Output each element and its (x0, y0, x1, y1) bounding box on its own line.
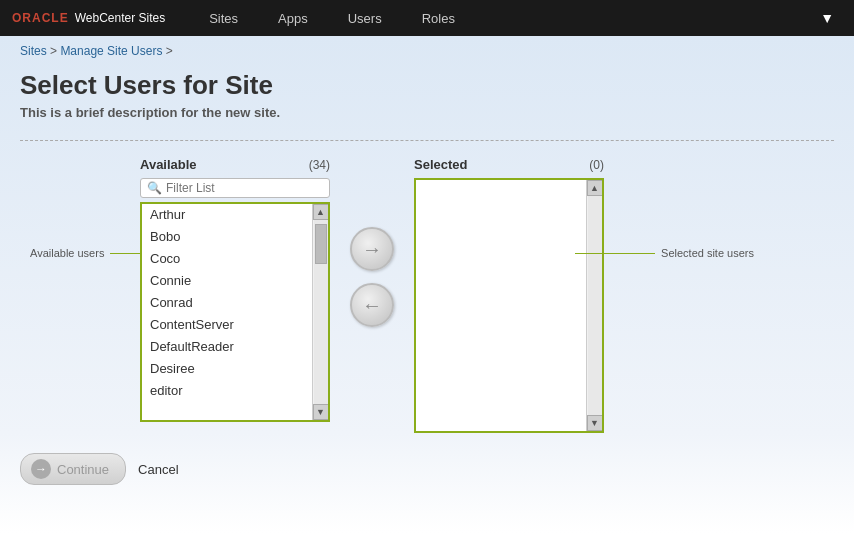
bottom-buttons: → Continue Cancel (0, 433, 854, 485)
breadcrumb-sites[interactable]: Sites (20, 44, 47, 58)
page-header: Select Users for Site This is a brief de… (0, 64, 854, 132)
scroll-up-btn[interactable]: ▲ (313, 204, 329, 220)
selected-list-inner (416, 180, 586, 431)
breadcrumb-sep2: > (166, 44, 173, 58)
continue-button[interactable]: → Continue (20, 453, 126, 485)
continue-label: Continue (57, 462, 109, 477)
move-right-button[interactable]: → (350, 227, 394, 271)
nav-item-apps[interactable]: Apps (258, 0, 328, 36)
list-item[interactable]: Desiree (142, 358, 312, 380)
list-item[interactable]: Conrad (142, 292, 312, 314)
selected-label: Selected (414, 157, 467, 172)
move-left-icon: ← (362, 294, 382, 317)
topbar: ORACLE WebCenter Sites Sites Apps Users … (0, 0, 854, 36)
nav-item-sites[interactable]: Sites (189, 0, 258, 36)
list-item[interactable]: ContentServer (142, 314, 312, 336)
callout-selected: Selected site users (575, 247, 754, 259)
available-count: (34) (309, 158, 330, 172)
scroll-thumb (315, 224, 327, 264)
list-item[interactable]: DefaultReader (142, 336, 312, 358)
continue-arrow-icon: → (35, 462, 47, 476)
callout-selected-line (575, 253, 655, 254)
selected-count: (0) (589, 158, 604, 172)
selected-panel: Selected (0) ▲ ▼ (414, 157, 604, 433)
nav-item-roles[interactable]: Roles (402, 0, 475, 36)
selected-list-box: ▲ ▼ (414, 178, 604, 433)
nav-item-users[interactable]: Users (328, 0, 402, 36)
filter-input-wrapper: 🔍 (140, 178, 330, 198)
top-nav: Sites Apps Users Roles (189, 0, 812, 36)
breadcrumb-sep1: > (50, 44, 60, 58)
available-label: Available (140, 157, 197, 172)
content-area: Sites > Manage Site Users > Select Users… (0, 36, 854, 533)
selected-scroll-track (588, 196, 602, 415)
divider (20, 140, 834, 141)
filter-search-icon: 🔍 (147, 181, 162, 195)
main-content: Available users Available (34) 🔍 Arthur … (0, 157, 854, 433)
selected-panel-header: Selected (0) (414, 157, 604, 172)
scroll-track (314, 220, 328, 404)
move-left-button[interactable]: ← (350, 283, 394, 327)
list-item[interactable]: Connie (142, 270, 312, 292)
topbar-dropdown-icon[interactable]: ▼ (812, 6, 842, 30)
scroll-down-btn[interactable]: ▼ (313, 404, 329, 420)
move-right-icon: → (362, 238, 382, 261)
callout-selected-text: Selected site users (661, 247, 754, 259)
available-list-inner: Arthur Bobo Coco Connie Conrad ContentSe… (142, 204, 312, 420)
oracle-logo: ORACLE (12, 11, 69, 25)
cancel-button[interactable]: Cancel (138, 462, 178, 477)
page-description: This is a brief description for the new … (20, 105, 834, 120)
list-item[interactable]: Bobo (142, 226, 312, 248)
selected-scroll-down-btn[interactable]: ▼ (587, 415, 603, 431)
topbar-right: ▼ (812, 6, 842, 30)
transfer-buttons: → ← (330, 227, 414, 327)
available-panel: Available (34) 🔍 Arthur Bobo Coco Connie… (140, 157, 330, 422)
breadcrumb-manage[interactable]: Manage Site Users (60, 44, 162, 58)
list-item[interactable]: Coco (142, 248, 312, 270)
list-item[interactable]: editor (142, 380, 312, 402)
selected-scrollbar: ▲ ▼ (586, 180, 602, 431)
selected-scroll-up-btn[interactable]: ▲ (587, 180, 603, 196)
list-item[interactable]: Arthur (142, 204, 312, 226)
filter-input[interactable] (166, 181, 316, 195)
continue-icon: → (31, 459, 51, 479)
available-list-box: Arthur Bobo Coco Connie Conrad ContentSe… (140, 202, 330, 422)
breadcrumb: Sites > Manage Site Users > (0, 36, 854, 64)
page-title: Select Users for Site (20, 70, 834, 101)
available-scrollbar: ▲ ▼ (312, 204, 328, 420)
panels-wrapper: Available users Available (34) 🔍 Arthur … (140, 157, 604, 433)
callout-available-text: Available users (30, 247, 104, 259)
available-panel-header: Available (34) (140, 157, 330, 172)
product-name: WebCenter Sites (75, 11, 166, 25)
brand: ORACLE WebCenter Sites (12, 11, 165, 25)
